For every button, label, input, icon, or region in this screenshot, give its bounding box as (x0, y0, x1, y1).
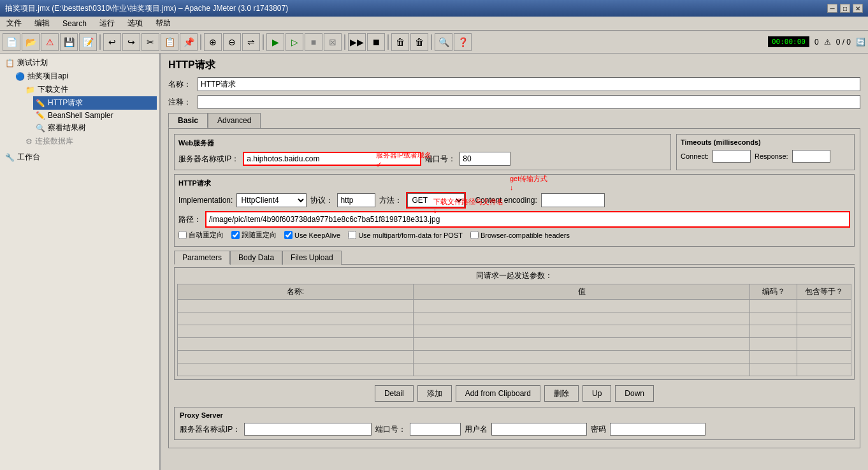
remote-stop-btn[interactable]: ⏹ (367, 33, 385, 51)
port-input[interactable] (459, 152, 510, 166)
add-clipboard-btn[interactable]: Add from Clipboard (456, 385, 540, 402)
tree-item-test-plan[interactable]: 📋 测试计划 (3, 56, 157, 70)
download-icon: 📁 (25, 85, 35, 94)
menu-run[interactable]: 运行 (96, 17, 119, 30)
response-input[interactable] (792, 150, 830, 163)
name-row: 名称： (168, 77, 860, 91)
port-label: 端口号： (425, 154, 456, 165)
checkbox-browser-headers-input[interactable] (470, 231, 479, 239)
proxy-password-input[interactable] (610, 423, 705, 436)
results-icon: 🔍 (36, 124, 45, 133)
delete-btn[interactable]: 删除 (544, 385, 579, 402)
checkbox-multipart-input[interactable] (348, 231, 356, 239)
warning-btn[interactable]: ⚠ (41, 33, 59, 51)
name-input[interactable] (198, 77, 860, 91)
proxy-server-input[interactable] (244, 423, 372, 436)
clear-all-btn[interactable]: 🗑 (410, 33, 428, 51)
proxy-server-label: 服务器名称或IP： (180, 424, 240, 435)
path-row: 路径： (178, 211, 850, 228)
detail-btn[interactable]: Detail (375, 385, 414, 402)
add-btn[interactable]: 添加 (417, 385, 452, 402)
connect-input[interactable] (712, 150, 751, 163)
sub-tab-parameters[interactable]: Parameters (174, 251, 230, 265)
tree-item-beanshell[interactable]: ✏️ BeanShell Sampler (33, 110, 157, 121)
parameters-area: 同请求一起发送参数： 名称: 值 编码？ 包含等于？ (174, 267, 855, 379)
sub-tab-body-data[interactable]: Body Data (230, 251, 282, 265)
expand-btn[interactable]: ⊕ (204, 33, 222, 51)
proxy-port-input[interactable] (410, 423, 461, 436)
tree-item-http-request[interactable]: ✏️ HTTP请求 (33, 96, 157, 110)
protocol-input[interactable] (337, 193, 375, 207)
shutdown-btn[interactable]: ⊠ (324, 33, 342, 51)
tree-item-db[interactable]: ⚙ 连接数据库 (23, 135, 157, 148)
save2-btn[interactable]: 📝 (79, 33, 97, 51)
comment-input[interactable] (198, 95, 860, 109)
close-btn[interactable]: ✕ (853, 4, 863, 13)
start-no-pauses-btn[interactable]: ▷ (286, 33, 303, 51)
tab-advanced[interactable]: Advanced (208, 113, 261, 128)
collapse-btn[interactable]: ⊖ (223, 33, 241, 51)
webserver-title: Web服务器 (178, 138, 667, 148)
save-btn[interactable]: 💾 (60, 33, 78, 51)
start-btn[interactable]: ▶ (266, 33, 284, 51)
cut-btn[interactable]: ✂ (141, 33, 159, 51)
empty-row-6 (178, 364, 851, 376)
checkbox-keepalive-input[interactable] (284, 231, 293, 239)
copy-btn[interactable]: 📋 (161, 33, 178, 51)
proxy-username-label: 用户名 (465, 424, 488, 435)
checkbox-follow-redirect: 跟随重定向 (231, 230, 277, 240)
menu-search[interactable]: Search (59, 18, 90, 29)
remote-start-btn[interactable]: ▶▶ (348, 33, 366, 51)
tab-basic[interactable]: Basic (168, 113, 208, 128)
tree-item-workspace[interactable]: 🔧 工作台 (3, 151, 157, 164)
sub-tabs: Parameters Body Data Files Upload (174, 251, 855, 265)
tree-label-api: 抽奖项目api (27, 71, 68, 82)
remote-btn[interactable]: ⇌ (242, 33, 260, 51)
titlebar-controls[interactable]: ─ □ ✕ (827, 4, 863, 13)
warning-icon: ⚠ (824, 38, 831, 47)
search-btn[interactable]: 🔍 (435, 33, 452, 51)
paste-btn[interactable]: 📌 (180, 33, 198, 51)
empty-row-3 (178, 325, 851, 338)
left-panel: 📋 测试计划 🔵 抽奖项目api 📁 下载文件 ✏️ HTTP请求 ✏️ Bea… (0, 54, 161, 470)
timeouts-title: Timeouts (milliseconds) (681, 138, 850, 146)
impl-select[interactable]: HttpClient4 Java (236, 193, 307, 207)
tree-item-api[interactable]: 🔵 抽奖项目api (13, 70, 157, 83)
checkbox-auto-redirect[interactable] (178, 231, 187, 239)
redo-btn[interactable]: ↪ (122, 33, 140, 51)
new-btn[interactable]: 📄 (3, 33, 20, 51)
menu-help[interactable]: 帮助 (152, 17, 175, 30)
tree-item-download[interactable]: 📁 下载文件 (23, 83, 157, 96)
undo-btn[interactable]: ↩ (103, 33, 121, 51)
menu-edit[interactable]: 编辑 (31, 17, 54, 30)
maximize-btn[interactable]: □ (840, 4, 850, 13)
response-label: Response: (755, 152, 788, 160)
down-btn[interactable]: Down (615, 385, 654, 402)
titlebar: 抽奖项目.jmx (E:\besttest\0310\作业\抽奖项目.jmx) … (0, 0, 868, 17)
checkbox-redirect: 自动重定向 (178, 230, 224, 240)
path-label: 路径： (178, 214, 201, 225)
up-btn[interactable]: Up (582, 385, 611, 402)
help-btn[interactable]: ❓ (454, 33, 472, 51)
menu-file[interactable]: 文件 (3, 17, 25, 30)
empty-row-2 (178, 312, 851, 325)
open-btn[interactable]: 📂 (22, 33, 40, 51)
tree-item-results[interactable]: 🔍 察看结果树 (33, 121, 157, 135)
sep4 (344, 34, 345, 50)
checkbox-multipart: Use multipart/form-data for POST (348, 231, 463, 239)
sub-tab-files-upload[interactable]: Files Upload (282, 251, 342, 265)
checkbox-follow-redirect-input[interactable] (231, 231, 240, 239)
path-row-container: 下载文件路径与文件名 ↓ 路径： (178, 211, 850, 228)
proxy-username-input[interactable] (491, 423, 587, 436)
tree-label-db: 连接数据库 (35, 136, 73, 147)
main-layout: 📋 测试计划 🔵 抽奖项目api 📁 下载文件 ✏️ HTTP请求 ✏️ Bea… (0, 54, 868, 470)
menu-options[interactable]: 选项 (124, 17, 147, 30)
path-input[interactable] (206, 212, 849, 226)
stop-btn[interactable]: ■ (305, 33, 322, 51)
server-input[interactable] (243, 152, 421, 166)
clear-btn[interactable]: 🗑 (391, 33, 409, 51)
encoding-input[interactable] (541, 193, 605, 207)
sep6 (431, 34, 432, 50)
server-label: 服务器名称或IP： (178, 154, 239, 165)
minimize-btn[interactable]: ─ (827, 4, 837, 13)
